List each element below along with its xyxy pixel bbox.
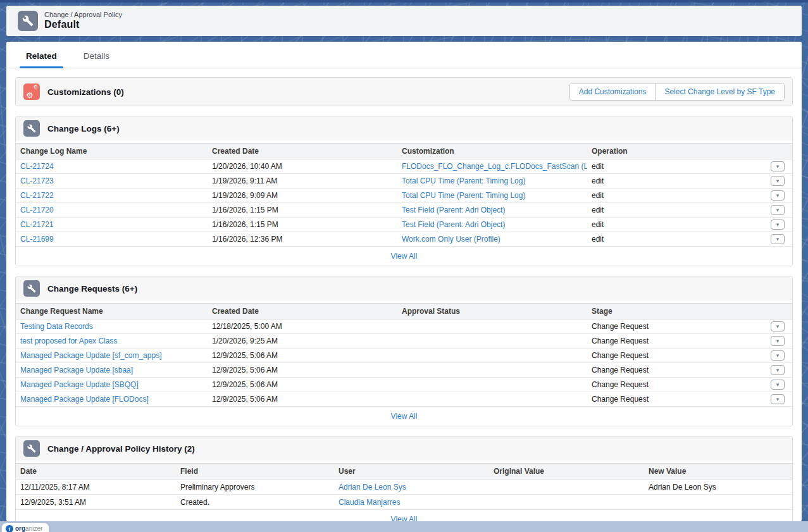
date-cell: 12/11/2025, 8:17 AM	[16, 483, 176, 492]
row-actions-button[interactable]: ▾	[771, 220, 785, 230]
view-all-link[interactable]: View All	[391, 412, 418, 421]
operation-cell: edit	[587, 235, 759, 244]
customizations-button-group: Add Customizations Select Change Level b…	[569, 83, 785, 101]
created-date-cell: 1/16/2026, 1:15 PM	[208, 206, 397, 214]
view-all-link[interactable]: View All	[391, 252, 418, 261]
record-header: Change / Approval Policy Default	[6, 6, 802, 36]
main-panel: Related Details ⚙ ⚙ Customizations (0) A…	[6, 42, 802, 521]
table-row: Managed Package Update [FLODocs] 12/9/20…	[16, 392, 792, 407]
change-requests-title: Change Requests (6+)	[47, 284, 137, 294]
change-request-link[interactable]: Managed Package Update [FLODocs]	[20, 395, 149, 404]
view-all-link[interactable]: View All	[391, 515, 418, 521]
row-actions-button[interactable]: ▾	[771, 321, 785, 331]
table-row: CL-21723 1/19/2026, 9:11 AM Total CPU Ti…	[16, 174, 792, 189]
change-request-link[interactable]: test proposed for Apex Class	[20, 337, 117, 345]
customization-link[interactable]: Test Field (Parent: Adri Object)	[402, 206, 505, 214]
table-row: CL-21720 1/16/2026, 1:15 PM Test Field (…	[16, 203, 792, 218]
created-date-cell: 1/16/2026, 12:36 PM	[208, 235, 397, 244]
select-change-level-button[interactable]: Select Change Level by SF Type	[655, 84, 784, 100]
table-row: test proposed for Apex Class 1/20/2026, …	[16, 334, 792, 349]
chevron-down-icon: ▾	[776, 207, 780, 213]
customization-link[interactable]: Work.com Only User (Profile)	[402, 235, 500, 244]
wrench-icon	[18, 11, 38, 31]
operation-cell: edit	[587, 206, 759, 214]
created-date-cell: 12/9/2025, 5:06 AM	[208, 351, 397, 360]
info-icon: i	[6, 525, 13, 532]
row-actions-button[interactable]: ▾	[771, 380, 785, 390]
column-header: Change Log Name	[16, 147, 208, 156]
change-log-link[interactable]: CL-21723	[20, 176, 54, 185]
chevron-down-icon: ▾	[776, 164, 780, 170]
created-date-cell: 12/9/2025, 5:06 AM	[208, 366, 397, 374]
table-row: CL-21722 1/19/2026, 9:09 AM Total CPU Ti…	[16, 189, 792, 203]
operation-cell: edit	[587, 176, 759, 185]
column-header: New Value	[644, 467, 792, 476]
chevron-down-icon: ▾	[776, 397, 780, 402]
stage-cell: Change Request	[587, 337, 759, 345]
bottom-strip	[0, 521, 808, 532]
change-request-link[interactable]: Managed Package Update [sf_com_apps]	[20, 351, 161, 360]
stage-cell: Change Request	[587, 366, 759, 374]
tab-details[interactable]: Details	[77, 51, 116, 68]
row-actions-button[interactable]: ▾	[771, 394, 785, 404]
row-actions-button[interactable]: ▾	[771, 205, 785, 215]
change-log-link[interactable]: CL-21720	[20, 206, 54, 214]
change-request-link[interactable]: Testing Data Records	[20, 322, 93, 331]
column-header: Created Date	[208, 147, 397, 156]
user-link[interactable]: Claudia Manjarres	[339, 498, 400, 507]
chevron-down-icon: ▾	[776, 338, 780, 344]
stage-cell: Change Request	[587, 322, 759, 331]
stage-cell: Change Request	[587, 395, 759, 404]
tab-related[interactable]: Related	[20, 51, 63, 68]
table-row: CL-21721 1/16/2026, 1:15 PM Test Field (…	[16, 218, 792, 232]
customization-link[interactable]: Total CPU Time (Parent: Timing Log)	[402, 191, 525, 200]
wrench-icon	[23, 120, 40, 137]
customization-link[interactable]: Test Field (Parent: Adri Object)	[402, 220, 505, 229]
gears-icon: ⚙ ⚙	[23, 84, 40, 100]
change-logs-card: Change Logs (6+) Change Log Name Created…	[15, 116, 793, 266]
user-link[interactable]: Adrian De Leon Sys	[339, 483, 406, 492]
column-header: Date	[16, 467, 176, 476]
breadcrumb: Change / Approval Policy	[44, 11, 122, 19]
table-row: Managed Package Update [sf_com_apps] 12/…	[16, 349, 792, 363]
policy-history-card: Change / Approval Policy History (2) Dat…	[15, 436, 793, 521]
change-log-link[interactable]: CL-21699	[20, 235, 54, 244]
change-request-link[interactable]: Managed Package Update [SBQQ]	[20, 380, 139, 389]
table-row: Testing Data Records 12/18/2025, 5:00 AM…	[16, 319, 792, 334]
row-actions-button[interactable]: ▾	[771, 336, 785, 346]
stage-cell: Change Request	[587, 380, 759, 389]
change-log-link[interactable]: CL-21724	[20, 162, 54, 171]
operation-cell: edit	[587, 191, 759, 200]
table-row: Managed Package Update [SBQQ] 12/9/2025,…	[16, 378, 792, 392]
tab-bar: Related Details	[6, 42, 802, 68]
new-value-cell: Adrian De Leon Sys	[644, 483, 792, 492]
row-actions-button[interactable]: ▾	[771, 365, 785, 375]
field-cell: Created.	[176, 498, 334, 507]
row-actions-button[interactable]: ▾	[771, 234, 785, 244]
operation-cell: edit	[587, 220, 759, 229]
row-actions-button[interactable]: ▾	[771, 161, 785, 171]
organizer-extension-tab[interactable]: i organizer	[1, 523, 49, 532]
operation-cell: edit	[587, 162, 759, 171]
change-log-link[interactable]: CL-21721	[20, 220, 54, 229]
created-date-cell: 12/18/2025, 5:00 AM	[208, 322, 397, 331]
change-logs-title: Change Logs (6+)	[47, 124, 120, 133]
column-header: User	[334, 467, 489, 476]
customization-link[interactable]: FLODocs_FLO_Change_Log_c.FLODocs_FastSca…	[402, 162, 587, 171]
customizations-card: ⚙ ⚙ Customizations (0) Add Customization…	[15, 77, 793, 106]
chevron-down-icon: ▾	[776, 324, 780, 330]
row-actions-button[interactable]: ▾	[771, 190, 785, 201]
change-request-link[interactable]: Managed Package Update [sbaa]	[20, 366, 133, 374]
row-actions-button[interactable]: ▾	[771, 350, 785, 361]
change-requests-header-row: Change Request Name Created Date Approva…	[16, 303, 792, 319]
wrench-icon	[23, 440, 40, 457]
table-row: Managed Package Update [sbaa] 12/9/2025,…	[16, 363, 792, 378]
row-actions-button[interactable]: ▾	[771, 176, 785, 186]
column-header: Created Date	[208, 307, 397, 316]
stage-cell: Change Request	[587, 351, 759, 360]
table-row: 12/9/2025, 3:51 AM Created. Claudia Manj…	[16, 495, 792, 510]
customization-link[interactable]: Total CPU Time (Parent: Timing Log)	[402, 176, 525, 185]
change-log-link[interactable]: CL-21722	[20, 191, 54, 200]
policy-history-title: Change / Approval Policy History (2)	[47, 444, 195, 454]
add-customizations-button[interactable]: Add Customizations	[570, 84, 656, 100]
